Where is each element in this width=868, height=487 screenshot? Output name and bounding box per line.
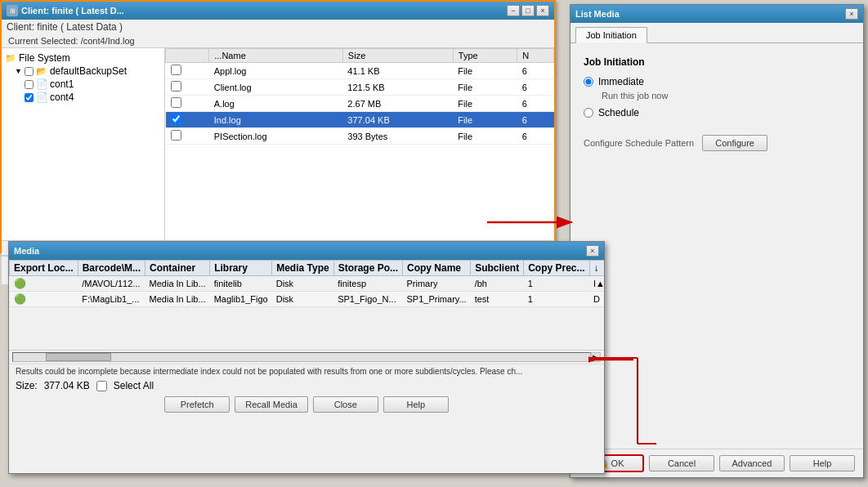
configure-row: Configure Schedule Pattern Configure bbox=[584, 135, 850, 151]
horizontal-scrollbar[interactable] bbox=[12, 352, 591, 362]
media-status-message: Results could be incomplete because inte… bbox=[9, 364, 604, 378]
file-type-pi: File bbox=[453, 128, 517, 145]
select-all-checkbox[interactable] bbox=[96, 381, 107, 391]
filesystem-icon: 📁 bbox=[5, 52, 16, 64]
scrollbar-thumb[interactable] bbox=[46, 353, 111, 361]
media-row1-storagepol: finitesp bbox=[333, 276, 402, 292]
file-type-a: File bbox=[453, 96, 517, 112]
file-check-pi[interactable] bbox=[171, 130, 181, 141]
media-col-copyprec[interactable]: Copy Prec... bbox=[524, 261, 589, 276]
configure-schedule-label: Configure Schedule Pattern bbox=[584, 138, 694, 148]
media-col-barcode[interactable]: Barcode\M... bbox=[78, 261, 145, 276]
file-list-panel: ...Name Size Type N Appl.log 41.1 KB Fil… bbox=[165, 48, 554, 240]
recall-media-button[interactable]: Recall Media bbox=[235, 396, 308, 413]
file-check-appl[interactable] bbox=[171, 65, 181, 75]
media-col-mediatype[interactable]: Media Type bbox=[272, 261, 333, 276]
list-media-close-button[interactable]: × bbox=[845, 8, 858, 20]
media-dialog-titlebar: Media × bbox=[9, 242, 604, 260]
list-media-dialog-title: List Media bbox=[575, 9, 620, 19]
file-size-appl: 41.1 KB bbox=[342, 63, 453, 79]
media-row2-mediatype: Disk bbox=[272, 292, 333, 307]
media-col-subclient[interactable]: Subclient bbox=[471, 261, 524, 276]
prefetch-button[interactable]: Prefetch bbox=[164, 396, 230, 413]
file-row[interactable]: Client.log 121.5 KB File 6 bbox=[166, 79, 554, 96]
media-row2-barcode: F:\MagLib1_... bbox=[78, 292, 145, 307]
media-row2-extra: D bbox=[589, 292, 604, 307]
minimize-button[interactable]: − bbox=[507, 5, 520, 16]
current-selected-info: Current Selected: /cont4/Ind.log bbox=[2, 34, 554, 47]
media-row1-copyprec: 1 bbox=[524, 276, 589, 292]
col-n[interactable]: N bbox=[517, 49, 554, 63]
file-name-a: A.log bbox=[209, 96, 343, 112]
media-close-button[interactable]: × bbox=[586, 245, 599, 257]
media-row2-copyprec: 1 bbox=[524, 292, 589, 307]
media-table: Export Loc... Barcode\M... Container Lib… bbox=[9, 260, 604, 307]
media-row-2[interactable]: 🟢 F:\MagLib1_... Media In Lib... Maglib1… bbox=[10, 292, 605, 307]
file-row-selected[interactable]: Ind.log 377.04 KB File 6 bbox=[166, 112, 554, 128]
file-size-client: 121.5 KB bbox=[342, 79, 453, 96]
media-col-storagepol[interactable]: Storage Po... bbox=[333, 261, 402, 276]
tree-cont4[interactable]: 📄 cont4 bbox=[5, 91, 161, 104]
size-value: 377.04 KB bbox=[44, 380, 90, 391]
file-type-client: File bbox=[453, 79, 517, 96]
media-row-1[interactable]: 🟢 /MAVOL/112... Media In Lib... finiteli… bbox=[10, 276, 605, 292]
list-media-dialog: List Media × Job Initiation Job Initiati… bbox=[570, 4, 864, 478]
file-row[interactable]: Appl.log 41.1 KB File 6 bbox=[166, 63, 554, 79]
radio-group: Immediate Run this job now Schedule bbox=[584, 76, 850, 118]
arrow-right-1 bbox=[487, 214, 577, 233]
client-window-title: Client: finite ( Latest D... bbox=[21, 6, 124, 16]
cont1-label: cont1 bbox=[50, 78, 74, 90]
scrollbar-row: ▶ bbox=[9, 350, 604, 364]
file-row[interactable]: PISection.log 393 Bytes File 6 bbox=[166, 128, 554, 145]
cancel-button[interactable]: Cancel bbox=[649, 455, 714, 471]
media-col-library[interactable]: Library bbox=[210, 261, 272, 276]
tree-cont1[interactable]: 📄 cont1 bbox=[5, 78, 161, 91]
configure-button[interactable]: Configure bbox=[702, 135, 767, 151]
media-dialog: Media × Export Loc... Barcode\M... Conta… bbox=[8, 241, 605, 474]
media-col-extra[interactable]: ↓ bbox=[589, 261, 604, 276]
filesystem-label: File System bbox=[19, 52, 70, 64]
cont1-icon: 📄 bbox=[36, 78, 47, 90]
file-check-client[interactable] bbox=[171, 81, 181, 92]
list-media-dialog-titlebar: List Media × bbox=[570, 5, 863, 23]
help-button[interactable]: Help bbox=[790, 455, 855, 471]
close-button[interactable]: × bbox=[536, 5, 549, 16]
file-check-ind[interactable] bbox=[171, 114, 181, 124]
tree-defaultbackupset[interactable]: ▼ 📂 defaultBackupSet bbox=[5, 65, 161, 78]
file-row[interactable]: A.log 2.67 MB File 6 bbox=[166, 96, 554, 112]
media-row1-mediatype: Disk bbox=[272, 276, 333, 292]
media-col-container[interactable]: Container bbox=[145, 261, 210, 276]
media-row1-library: finitelib bbox=[210, 276, 272, 292]
media-row1-subclient: /bh bbox=[471, 276, 524, 292]
file-check-a[interactable] bbox=[171, 97, 181, 108]
col-name[interactable]: ...Name bbox=[209, 49, 343, 63]
file-type-ind: File bbox=[453, 112, 517, 128]
file-name-client: Client.log bbox=[209, 79, 343, 96]
cont4-icon: 📄 bbox=[36, 92, 47, 103]
media-col-copyname[interactable]: Copy Name bbox=[403, 261, 471, 276]
immediate-radio[interactable] bbox=[584, 77, 593, 87]
file-system-tree: 📁 File System ▼ 📂 defaultBackupSet 📄 con… bbox=[2, 48, 165, 240]
media-row2-subclient: test bbox=[471, 292, 524, 307]
media-help-button[interactable]: Help bbox=[383, 396, 449, 413]
col-size[interactable]: Size bbox=[342, 49, 453, 63]
defaultbackupset-checkbox[interactable] bbox=[25, 67, 34, 76]
schedule-radio-row[interactable]: Schedule bbox=[584, 107, 850, 118]
client-window-titlebar: ⊞ Client: finite ( Latest D... − □ × bbox=[2, 2, 554, 20]
maximize-button[interactable]: □ bbox=[521, 5, 535, 16]
media-close-btn[interactable]: Close bbox=[313, 396, 378, 413]
media-table-container: Export Loc... Barcode\M... Container Lib… bbox=[9, 260, 604, 350]
cont4-checkbox[interactable] bbox=[25, 93, 34, 102]
cont1-checkbox[interactable] bbox=[25, 80, 34, 89]
col-type[interactable]: Type bbox=[453, 49, 517, 63]
client-content-area: 📁 File System ▼ 📂 defaultBackupSet 📄 con… bbox=[2, 47, 554, 240]
tab-job-initiation[interactable]: Job Initiation bbox=[575, 27, 647, 43]
media-row2-library: Maglib1_Figo bbox=[210, 292, 272, 307]
advanced-button[interactable]: Advanced bbox=[719, 455, 785, 471]
media-col-export[interactable]: Export Loc... bbox=[10, 261, 78, 276]
dialog-content: Job Initiation Immediate Run this job no… bbox=[570, 43, 863, 164]
schedule-label: Schedule bbox=[598, 107, 639, 118]
immediate-radio-row[interactable]: Immediate bbox=[584, 76, 850, 87]
tree-filesystem-root[interactable]: 📁 File System bbox=[5, 51, 161, 65]
schedule-radio[interactable] bbox=[584, 108, 593, 118]
